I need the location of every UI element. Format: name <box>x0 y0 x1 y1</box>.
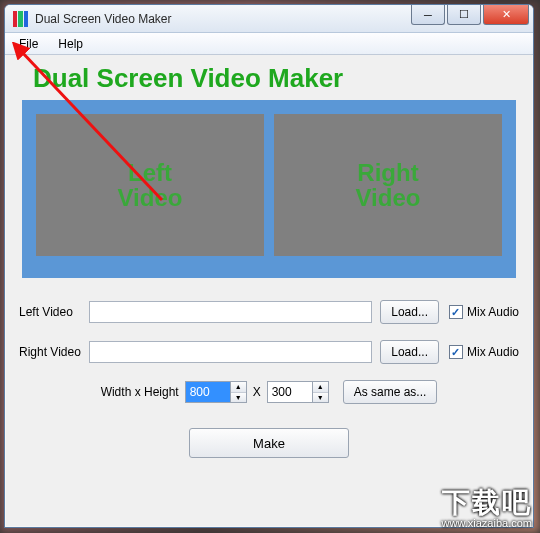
right-mix-label: Mix Audio <box>467 345 519 359</box>
chevron-up-icon[interactable]: ▲ <box>231 382 246 393</box>
right-video-label: Right Video <box>19 345 89 359</box>
width-spin-buttons[interactable]: ▲▼ <box>230 382 246 402</box>
menu-help[interactable]: Help <box>48 35 93 53</box>
x-separator: X <box>253 385 261 399</box>
right-video-input[interactable] <box>89 341 372 363</box>
dimensions-row: Width x Height ▲▼ X ▲▼ As same as... <box>19 380 519 404</box>
page-title: Dual Screen Video Maker <box>33 63 523 94</box>
chevron-down-icon[interactable]: ▼ <box>231 393 246 403</box>
right-video-placeholder: RightVideo <box>356 160 421 210</box>
checkbox-icon: ✓ <box>449 305 463 319</box>
height-spin-buttons[interactable]: ▲▼ <box>312 382 328 402</box>
window-title: Dual Screen Video Maker <box>35 12 172 26</box>
maximize-button[interactable]: ☐ <box>447 5 481 25</box>
titlebar[interactable]: Dual Screen Video Maker ─ ☐ ✕ <box>5 5 533 33</box>
right-mix-audio[interactable]: ✓ Mix Audio <box>449 345 519 359</box>
checkbox-icon: ✓ <box>449 345 463 359</box>
left-mix-audio[interactable]: ✓ Mix Audio <box>449 305 519 319</box>
right-video-row: Right Video Load... ✓ Mix Audio <box>19 340 519 364</box>
watermark: 下载吧 www.xiazaiba.com <box>428 487 540 533</box>
watermark-url: www.xiazaiba.com <box>442 517 532 529</box>
left-load-button[interactable]: Load... <box>380 300 439 324</box>
menubar: File Help <box>5 33 533 55</box>
watermark-text: 下载吧 <box>442 489 532 517</box>
right-load-button[interactable]: Load... <box>380 340 439 364</box>
minimize-button[interactable]: ─ <box>411 5 445 25</box>
chevron-up-icon[interactable]: ▲ <box>313 382 328 393</box>
left-video-preview[interactable]: LeftVideo <box>36 114 264 256</box>
left-video-placeholder: LeftVideo <box>118 160 183 210</box>
height-stepper[interactable]: ▲▼ <box>267 381 329 403</box>
preview-panel: LeftVideo RightVideo <box>22 100 516 278</box>
left-mix-label: Mix Audio <box>467 305 519 319</box>
close-button[interactable]: ✕ <box>483 5 529 25</box>
chevron-down-icon[interactable]: ▼ <box>313 393 328 403</box>
dimensions-label: Width x Height <box>101 385 179 399</box>
width-stepper[interactable]: ▲▼ <box>185 381 247 403</box>
height-input[interactable] <box>268 382 312 402</box>
make-button[interactable]: Make <box>189 428 349 458</box>
as-same-as-button[interactable]: As same as... <box>343 380 438 404</box>
left-video-row: Left Video Load... ✓ Mix Audio <box>19 300 519 324</box>
menu-file[interactable]: File <box>9 35 48 53</box>
left-video-input[interactable] <box>89 301 372 323</box>
left-video-label: Left Video <box>19 305 89 319</box>
right-video-preview[interactable]: RightVideo <box>274 114 502 256</box>
app-window: Dual Screen Video Maker ─ ☐ ✕ File Help … <box>4 4 534 528</box>
width-input[interactable] <box>186 382 230 402</box>
app-icon <box>13 11 29 27</box>
